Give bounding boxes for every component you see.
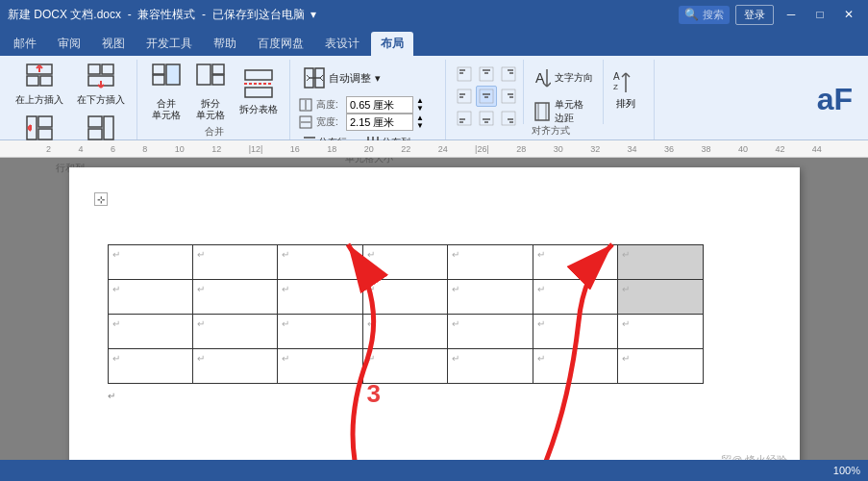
tab-mail[interactable]: 邮件 xyxy=(4,32,46,56)
table-cell-shaded[interactable]: ↵ xyxy=(618,280,703,315)
ruler-mark: 38 xyxy=(702,144,711,154)
table-cell[interactable]: ↵ xyxy=(618,349,703,384)
table-cell[interactable]: ↵ xyxy=(362,245,447,280)
height-spinner[interactable]: ▲ ▼ xyxy=(416,97,424,113)
svg-rect-6 xyxy=(88,64,100,74)
table-cell[interactable]: ↵ xyxy=(192,349,277,384)
ribbon-group-merge: 合并单元格 拆分单元格 拆分表格 合并 xyxy=(139,60,290,139)
cell-marker: ↵ xyxy=(282,284,289,294)
svg-rect-2 xyxy=(40,76,52,86)
tab-review[interactable]: 审阅 xyxy=(48,32,90,56)
merge-cells-label: 合并单元格 xyxy=(152,98,181,121)
search-bar[interactable]: 🔍 搜索 xyxy=(679,6,730,24)
insert-above-button[interactable]: 在上方插入 xyxy=(10,60,69,110)
table-cell[interactable]: ↵ xyxy=(533,280,617,315)
table-cell[interactable]: ↵ xyxy=(278,349,362,384)
align-grid xyxy=(454,63,519,129)
table-cell[interactable]: ↵ xyxy=(192,280,277,315)
table-cell[interactable]: ↵ xyxy=(362,315,447,349)
tab-view[interactable]: 视图 xyxy=(92,32,135,56)
svg-rect-24 xyxy=(197,64,211,85)
ruler-mark: 18 xyxy=(327,144,336,154)
table-cell[interactable]: ↵ xyxy=(533,245,617,280)
table-move-handle[interactable]: ⊹ xyxy=(94,192,108,206)
table-cell[interactable]: ↵ xyxy=(533,315,617,349)
align-middleright-button[interactable] xyxy=(498,86,519,107)
word-table[interactable]: ↵ ↵ ↵ ↵ ↵ ↵ ↵ ↵ ↵ ↵ ↵ ↵ ↵ ↵ xyxy=(108,244,704,384)
table-cell[interactable]: ↵ xyxy=(108,315,192,349)
table-cell[interactable]: ↵ xyxy=(448,280,533,315)
table-cell[interactable]: ↵ xyxy=(278,245,362,280)
table-cell[interactable]: ↵ xyxy=(192,315,277,349)
width-row: 宽度: ▲ ▼ xyxy=(298,114,439,131)
alignment-group-label: 对齐方式 xyxy=(532,124,570,138)
doc-page[interactable]: ⊹ ↵ ↵ ↵ ↵ ↵ ↵ ↵ ↵ ↵ ↵ ↵ ↵ ↵ xyxy=(69,167,800,460)
table-cell[interactable]: ↵ xyxy=(618,315,703,349)
table-cell[interactable]: ↵ xyxy=(108,280,192,315)
cell-marker: ↵ xyxy=(622,284,630,294)
ribbon-group-alignment: A 文字方向 单元格边距 A Z 排列 对齐方式 xyxy=(448,60,655,139)
table-cell[interactable]: ↵ xyxy=(192,245,277,280)
svg-rect-47 xyxy=(458,67,471,81)
split-table-button[interactable]: 拆分表格 xyxy=(234,65,284,119)
cell-marker: ↵ xyxy=(452,353,459,364)
table-cell[interactable]: ↵ xyxy=(362,280,447,315)
split-cells-button[interactable]: 拆分单元格 xyxy=(189,60,232,125)
table-cell[interactable]: ↵ xyxy=(533,349,617,384)
maximize-button[interactable]: □ xyxy=(808,3,831,26)
table-cell[interactable]: ↵ xyxy=(448,349,533,384)
table-cell-shaded[interactable]: ↵ xyxy=(618,245,703,280)
ruler-mark: 22 xyxy=(401,144,410,154)
af-area: aF xyxy=(809,60,864,139)
width-down-icon[interactable]: ▼ xyxy=(416,122,424,130)
svg-line-34 xyxy=(307,78,310,81)
align-bottomleft-button[interactable] xyxy=(454,108,475,129)
width-input[interactable] xyxy=(346,114,413,131)
align-middleleft-button[interactable] xyxy=(454,86,475,107)
svg-rect-7 xyxy=(102,64,113,74)
title-right: 🔍 搜索 登录 ─ □ ✕ xyxy=(679,3,860,26)
tab-baidu[interactable]: 百度网盘 xyxy=(248,32,313,56)
ruler-mark: 6 xyxy=(111,144,115,154)
tab-tabledesign[interactable]: 表设计 xyxy=(315,32,369,56)
sort-icon: A Z xyxy=(612,68,639,97)
cell-marker: ↵ xyxy=(537,249,545,260)
insert-below-button[interactable]: 在下方插入 xyxy=(71,60,131,110)
ruler-mark: 8 xyxy=(142,144,147,154)
tab-devtools[interactable]: 开发工具 xyxy=(136,32,202,56)
table-cell[interactable]: ↵ xyxy=(278,280,362,315)
width-spinner[interactable]: ▲ ▼ xyxy=(416,114,424,130)
height-icon xyxy=(298,97,313,113)
login-button[interactable]: 登录 xyxy=(735,5,774,25)
text-direction-label: 文字方向 xyxy=(555,71,593,85)
align-bottomcenter-button[interactable] xyxy=(476,108,497,129)
svg-rect-19 xyxy=(88,129,102,139)
sort-button[interactable]: A Z 排列 xyxy=(608,63,644,115)
table-cell[interactable]: ↵ xyxy=(278,315,362,349)
cell-marker: ↵ xyxy=(452,249,459,260)
align-topcenter-button[interactable] xyxy=(476,63,497,85)
minimize-button[interactable]: ─ xyxy=(780,3,803,26)
table-cell[interactable]: ↵ xyxy=(108,349,192,384)
table-cell[interactable]: ↵ xyxy=(448,315,533,349)
tab-help[interactable]: 帮助 xyxy=(204,32,246,56)
merge-cells-button[interactable]: 合并单元格 xyxy=(145,60,187,125)
table-cell[interactable]: ↵ xyxy=(448,245,533,280)
align-bottomright-button[interactable] xyxy=(498,108,519,129)
svg-rect-78 xyxy=(535,103,549,120)
svg-rect-59 xyxy=(480,89,493,103)
ruler-inner: 2 4 6 8 10 12 |12| 16 18 20 22 24 |26| 2… xyxy=(8,144,860,154)
ruler-mark: 28 xyxy=(516,144,526,154)
table-cell[interactable]: ↵ xyxy=(108,245,192,280)
height-input[interactable] xyxy=(346,96,413,114)
tab-layout[interactable]: 布局 xyxy=(371,32,413,56)
align-middlecenter-button[interactable] xyxy=(476,86,497,107)
height-down-icon[interactable]: ▼ xyxy=(416,105,424,113)
autofit-button[interactable]: 自动调整 ▾ xyxy=(298,63,386,92)
text-direction-button[interactable]: A 文字方向 xyxy=(528,63,599,92)
align-topright-button[interactable] xyxy=(498,63,519,85)
align-topleft-button[interactable] xyxy=(454,63,475,85)
close-button[interactable]: ✕ xyxy=(837,3,860,26)
svg-rect-53 xyxy=(502,67,515,81)
cell-marker: ↵ xyxy=(452,318,459,329)
